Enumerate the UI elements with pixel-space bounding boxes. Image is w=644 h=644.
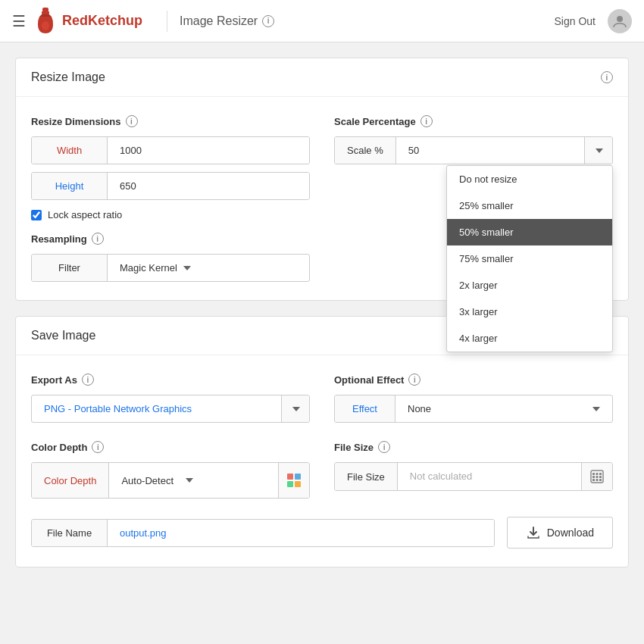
export-arrow-icon	[292, 407, 300, 411]
dimensions-info-icon[interactable]: i	[126, 115, 138, 127]
dropdown-item-do-not-resize[interactable]: Do not resize	[447, 166, 612, 192]
filename-label: File Name	[32, 520, 108, 546]
resampling-label: Resampling i	[31, 233, 310, 245]
resize-card-info-icon[interactable]: i	[601, 71, 613, 83]
scale-label: Scale Percentage i	[334, 115, 613, 127]
height-row: Height	[31, 172, 310, 200]
save-card-title: Save Image	[31, 329, 95, 342]
effect-value[interactable]: None	[395, 395, 612, 422]
dimensions-label: Resize Dimensions i	[31, 115, 310, 127]
dropdown-item-2x-larger[interactable]: 2x larger	[447, 272, 612, 299]
filesize-value: Not calculated	[398, 463, 581, 490]
export-value[interactable]: PNG - Portable Network Graphics	[32, 395, 281, 422]
width-row: Width	[31, 136, 310, 164]
svg-point-3	[617, 16, 623, 22]
scale-arrow-icon	[596, 148, 603, 153]
svg-rect-5	[295, 474, 301, 480]
svg-rect-17	[599, 479, 602, 481]
resize-image-card: Resize Image i Resize Dimensions i Width	[15, 58, 629, 301]
filesize-row: File Size Not calculated	[334, 462, 613, 491]
scale-input-label: Scale %	[335, 137, 396, 164]
filter-label: Filter	[32, 255, 108, 281]
app-title-area: Image Resizer i	[180, 14, 274, 28]
save-image-card: Save Image i Export As i PNG - Portable …	[15, 316, 629, 567]
optional-effect-label: Optional Effect i	[334, 374, 613, 386]
svg-rect-1	[42, 11, 49, 14]
filter-row[interactable]: Filter Magic Kernel	[31, 254, 310, 282]
scale-input-row: Scale % 50	[334, 136, 613, 164]
resize-card-header: Resize Image i	[16, 58, 628, 97]
save-two-col: Export As i PNG - Portable Network Graph…	[31, 374, 613, 499]
filename-row: File Name	[31, 519, 495, 547]
filter-arrow-icon	[183, 266, 191, 270]
menu-icon[interactable]: ☰	[12, 12, 26, 30]
file-size-info-icon[interactable]: i	[378, 441, 390, 453]
save-card-body: Export As i PNG - Portable Network Graph…	[16, 355, 628, 567]
color-depth-value: Auto-Detect	[109, 463, 278, 498]
export-dropdown-button[interactable]	[281, 395, 309, 422]
filename-input[interactable]	[108, 520, 494, 546]
dropdown-item-3x-larger[interactable]: 3x larger	[447, 299, 612, 325]
export-info-icon[interactable]: i	[82, 374, 94, 386]
scale-dropdown-button[interactable]	[584, 137, 612, 164]
width-input[interactable]	[108, 137, 309, 164]
height-input[interactable]	[108, 173, 309, 199]
sign-out-link[interactable]: Sign Out	[555, 15, 596, 27]
avatar[interactable]	[608, 9, 632, 33]
svg-rect-14	[599, 476, 602, 478]
scale-info-icon[interactable]: i	[420, 115, 433, 127]
app-title-info-icon[interactable]: i	[262, 15, 274, 27]
color-depth-info-icon[interactable]: i	[92, 441, 104, 453]
height-label: Height	[32, 173, 108, 199]
lock-aspect-label: Lock aspect ratio	[48, 209, 122, 220]
svg-rect-16	[596, 479, 599, 481]
export-label: Export As i	[31, 374, 310, 386]
filter-value[interactable]: Magic Kernel	[108, 255, 309, 281]
color-depth-chevron	[186, 478, 193, 483]
dropdown-item-50-smaller[interactable]: 50% smaller	[447, 219, 612, 245]
svg-rect-11	[599, 473, 602, 475]
resize-two-col: Resize Dimensions i Width Height Lock as…	[31, 115, 613, 282]
brand-name: RedKetchup	[62, 13, 142, 29]
app-header: ☰ RedKetchup Image Resizer i Sign Out	[0, 0, 644, 42]
svg-point-2	[42, 21, 49, 30]
download-button[interactable]: Download	[507, 517, 613, 549]
logo-bottle-icon	[35, 8, 56, 35]
avatar-icon	[612, 14, 627, 29]
svg-rect-7	[295, 481, 301, 487]
logo: RedKetchup	[35, 8, 142, 35]
width-label: Width	[32, 137, 108, 164]
svg-rect-4	[287, 474, 293, 480]
svg-rect-13	[596, 476, 599, 478]
scale-section: Scale Percentage i Scale % 50	[334, 115, 613, 282]
color-depth-palette-icon[interactable]	[278, 463, 309, 498]
filename-section: File Name Download	[31, 517, 613, 549]
scale-value: 50	[396, 137, 584, 164]
color-depth-row: Color Depth Auto-Detect	[31, 462, 310, 499]
lock-aspect-row: Lock aspect ratio	[31, 209, 310, 220]
resampling-info-icon[interactable]: i	[92, 233, 104, 245]
color-depth-section-label: Color Depth i	[31, 441, 310, 453]
dropdown-item-4x-larger[interactable]: 4x larger	[447, 325, 612, 352]
resize-card-body: Resize Dimensions i Width Height Lock as…	[16, 97, 628, 300]
color-depth-arrow-icon	[178, 470, 199, 490]
effect-arrow-icon	[592, 407, 600, 411]
svg-rect-15	[592, 479, 595, 481]
resize-card-title: Resize Image	[31, 70, 105, 84]
export-row: PNG - Portable Network Graphics	[31, 395, 310, 423]
lock-aspect-checkbox[interactable]	[31, 210, 42, 220]
main-content: Resize Image i Resize Dimensions i Width	[0, 42, 644, 598]
file-size-section-label: File Size i	[334, 441, 613, 453]
svg-rect-12	[592, 476, 595, 478]
filesize-calc-icon[interactable]	[581, 463, 612, 490]
effect-section: Optional Effect i Effect None File Size …	[334, 374, 613, 499]
svg-rect-6	[287, 481, 293, 487]
dropdown-item-25-smaller[interactable]: 25% smaller	[447, 192, 612, 219]
dropdown-item-75-smaller[interactable]: 75% smaller	[447, 245, 612, 272]
scale-container: Scale % 50 Do not resize 25% smaller 50%…	[334, 136, 613, 164]
effect-label: Effect	[335, 395, 395, 422]
svg-rect-9	[592, 473, 595, 475]
optional-effect-info-icon[interactable]: i	[408, 374, 420, 386]
color-depth-input-label: Color Depth	[32, 463, 109, 498]
export-section: Export As i PNG - Portable Network Graph…	[31, 374, 310, 499]
